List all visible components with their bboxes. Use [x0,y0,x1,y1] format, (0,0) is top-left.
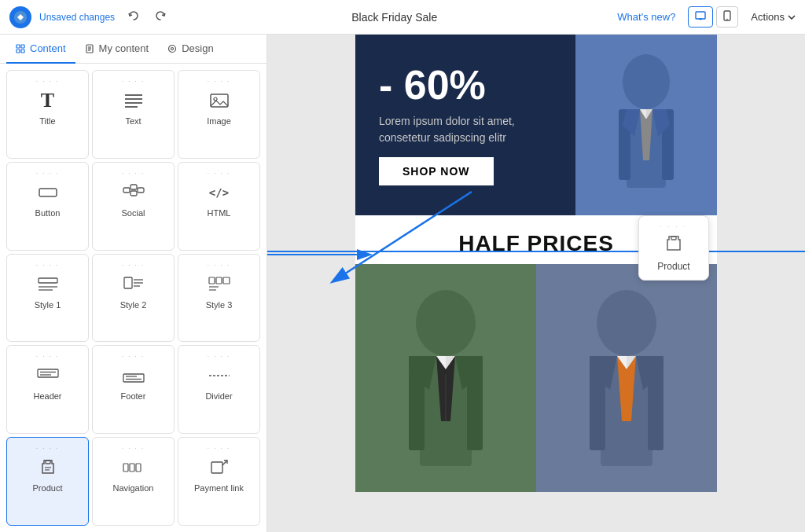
product-tooltip-icon [663,233,685,258]
tab-content[interactable]: Content [6,35,75,64]
desktop-view-button[interactable] [688,6,713,28]
main-area: Content My content Design · · · · T Titl… [0,35,805,532]
svg-point-68 [416,290,476,356]
text-icon [123,90,144,112]
svg-rect-6 [17,45,20,48]
shop-now-button[interactable]: SHOP NOW [379,157,494,185]
header-icon [37,365,59,387]
image-icon [209,90,230,112]
svg-point-14 [169,45,176,52]
svg-point-15 [171,47,174,50]
product-tooltip-label: Product [657,261,689,272]
redo-button[interactable] [149,8,171,27]
svg-point-21 [214,97,217,101]
style1-icon [37,273,59,295]
svg-rect-52 [211,462,222,473]
widget-grid: · · · · T Title · · · · Text · · · · Ima… [0,64,266,532]
widget-style2[interactable]: · · · · Style 2 [92,254,175,343]
widget-image[interactable]: · · · · Image [178,70,260,159]
svg-rect-27 [39,278,57,283]
svg-rect-22 [39,189,57,196]
banner-body-text: Lorem ipsum dolor sit amet, consetetur s… [379,113,552,146]
banner-section: - 60% Lorem ipsum dolor sit amet, conset… [355,35,717,215]
app-logo [9,6,31,28]
widget-text[interactable]: · · · · Text [92,70,175,159]
svg-rect-26 [138,188,144,193]
widget-product[interactable]: · · · · Product [6,437,89,526]
style2-icon [123,273,145,295]
widget-payment-link[interactable]: · · · · Payment link [178,437,260,526]
tab-design[interactable]: Design [158,35,222,64]
sidebar-tabs: Content My content Design [0,35,266,64]
top-bar-right: What's new? Actions [617,6,796,28]
title-icon: T [41,90,54,112]
svg-point-80 [597,290,656,356]
banner-discount-text: - 60% [379,64,552,105]
canvas-wrapper: - 60% Lorem ipsum dolor sit amet, conset… [267,35,805,492]
widget-divider[interactable]: · · · · Divider [178,345,260,434]
svg-rect-1 [696,12,705,19]
svg-point-57 [623,54,670,109]
widget-header[interactable]: · · · · Header [6,345,89,434]
widget-style3[interactable]: · · · · Style 3 [178,254,260,343]
svg-rect-20 [211,94,228,107]
actions-button[interactable]: Actions [751,11,796,23]
divider-icon [208,365,230,387]
mobile-view-button[interactable] [716,6,738,28]
svg-rect-8 [17,50,20,53]
product-icon [38,457,58,479]
document-title: Black Friday Sale [179,11,609,24]
canvas-area: - 60% Lorem ipsum dolor sit amet, conset… [267,35,805,532]
svg-rect-39 [38,369,58,377]
style3-icon [208,273,230,295]
widget-button[interactable]: · · · · Button [6,162,89,251]
undo-redo-group [123,8,171,27]
svg-rect-51 [136,464,141,471]
widget-style1[interactable]: · · · · Style 1 [6,254,89,343]
svg-rect-50 [130,464,134,471]
widget-title[interactable]: · · · · T Title [6,70,89,159]
svg-point-5 [727,19,729,20]
footer-icon [123,365,145,387]
svg-rect-30 [124,277,132,288]
social-icon [123,182,145,204]
svg-rect-36 [223,277,230,284]
svg-rect-49 [123,464,128,471]
horizontal-arrow [267,243,379,266]
svg-rect-42 [123,374,144,382]
product-tooltip: · · · · Product [638,215,709,281]
tab-my-content[interactable]: My content [75,35,159,64]
payment-icon [209,457,230,479]
product-card-2 [536,264,717,492]
product-card-1 [355,264,536,492]
widget-social[interactable]: · · · · Social [92,162,175,251]
svg-rect-46 [46,460,50,464]
svg-rect-7 [21,45,24,48]
svg-rect-34 [209,277,215,284]
sidebar: Content My content Design · · · · T Titl… [0,35,267,532]
svg-rect-23 [123,188,130,193]
top-bar: Unsaved changes Black Friday Sale What's… [0,0,805,35]
banner-text: - 60% Lorem ipsum dolor sit amet, conset… [355,41,575,209]
undo-button[interactable] [123,8,145,27]
html-icon: </> [209,182,229,204]
button-icon [38,182,58,204]
widget-html[interactable]: · · · · </> HTML [178,162,260,251]
svg-rect-25 [130,191,137,196]
svg-rect-9 [21,50,24,53]
banner-image [575,35,717,215]
widget-footer[interactable]: · · · · Footer [92,345,175,434]
product-grid [355,264,717,492]
view-toggle-group [688,6,738,28]
svg-rect-90 [671,237,676,240]
navigation-icon [123,457,145,479]
svg-rect-24 [130,185,137,189]
svg-rect-35 [216,277,222,284]
widget-navigation[interactable]: · · · · Navigation [92,437,175,526]
unsaved-changes-link[interactable]: Unsaved changes [39,12,115,23]
whats-new-button[interactable]: What's new? [617,11,675,23]
